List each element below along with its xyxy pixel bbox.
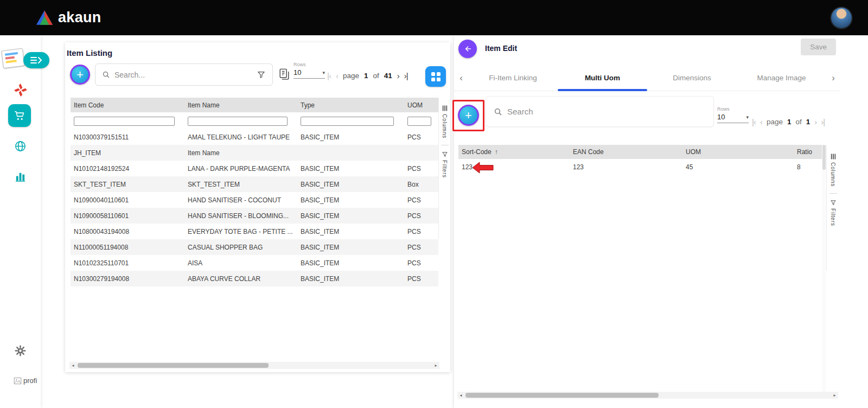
table-row[interactable]: N10102148192524LANA - DARK PURPLE-MAGENT… <box>71 161 438 176</box>
first-page-button[interactable]: |‹ <box>752 118 756 126</box>
next-page-button[interactable]: › <box>397 72 399 80</box>
table-cell: ABAYA CURVE COLLAR <box>184 275 297 283</box>
column-header-item-code[interactable]: Item Code <box>71 101 184 109</box>
pagination: |‹ ‹ page 1 of 1 › ›| <box>752 118 825 126</box>
table-row[interactable]: N10300379151511AMAL TELEKUNG - LIGHT TAU… <box>71 129 438 145</box>
current-page: 1 <box>364 72 368 80</box>
scroll-right-icon[interactable]: ▸ <box>831 392 838 399</box>
item-edit-panel: Item Edit Save ‹ Fi-Item Linking Multi U… <box>454 35 868 408</box>
filter-input-type[interactable] <box>301 117 394 126</box>
uom-table-body: 123123458 <box>458 159 826 175</box>
last-page-button[interactable]: ›| <box>821 118 825 126</box>
table-row[interactable]: N10900040110601HAND SANITISER - COCONUTB… <box>71 192 438 208</box>
broken-image-icon <box>14 377 22 385</box>
table-row[interactable]: 123123458 <box>458 159 826 175</box>
apps-grid-button[interactable] <box>425 66 446 87</box>
save-button[interactable]: Save <box>801 39 836 55</box>
table-row[interactable]: N10102325110701AISABASIC_ITEMPCS <box>71 255 438 271</box>
brand-logo[interactable]: akaun <box>36 9 101 26</box>
pos-cart-button[interactable] <box>8 104 31 127</box>
tab-multi-uom[interactable]: Multi Uom <box>558 74 647 82</box>
settings-gear-icon <box>14 345 27 357</box>
table-row[interactable]: JH_ITEMItem Name <box>71 145 438 161</box>
filters-tool[interactable]: Filters <box>442 152 448 178</box>
back-button[interactable] <box>458 40 477 58</box>
filter-input-item-name[interactable] <box>188 117 288 126</box>
filters-tool[interactable]: Filters <box>830 200 836 226</box>
app-shortcut-red[interactable] <box>0 83 41 97</box>
previous-page-button[interactable]: ‹ <box>760 118 762 126</box>
tab-dimensions[interactable]: Dimensions <box>647 74 737 82</box>
rows-value: 10 <box>717 113 725 121</box>
scroll-thumb[interactable] <box>822 145 826 170</box>
last-page-button[interactable]: ›| <box>404 72 408 80</box>
settings-item[interactable] <box>0 345 41 357</box>
table-row[interactable]: SKT_TEST_ITEMSKT_TEST_ITEMBASIC_ITEMBox <box>71 176 438 192</box>
scroll-track[interactable] <box>76 362 432 369</box>
horizontal-scrollbar[interactable]: ◂ ▸ <box>69 362 439 369</box>
tab-fi-item-linking[interactable]: Fi-Item Linking <box>468 74 558 82</box>
scroll-left-icon[interactable]: ◂ <box>457 392 464 399</box>
filters-label: Filters <box>442 160 448 178</box>
table-cell: BASIC_ITEM <box>297 181 404 188</box>
horizontal-scrollbar[interactable]: ◂ ▸ <box>457 392 838 399</box>
table-row[interactable]: N10900058110601HAND SANITISER - BLOOMING… <box>71 208 438 224</box>
menu-expand-icon <box>30 56 43 65</box>
table-cell: BASIC_ITEM <box>297 275 404 283</box>
analytics-module-item[interactable] <box>0 170 41 183</box>
tab-scroll-left-button[interactable]: ‹ <box>454 73 468 84</box>
filter-input-uom[interactable] <box>407 117 431 126</box>
first-page-button[interactable]: |‹ <box>327 72 331 80</box>
column-header-uom[interactable]: UOM <box>404 101 438 109</box>
rows-per-page-icon[interactable] <box>278 68 290 81</box>
table-row[interactable]: N10300279194008ABAYA CURVE COLLARBASIC_I… <box>71 271 438 286</box>
table-cell: PCS <box>404 259 438 267</box>
table-row[interactable]: N10800043194008EVERYDAY TOTE BAG - PETIT… <box>71 224 438 239</box>
filter-input-item-code[interactable] <box>74 117 175 126</box>
vertical-scrollbar[interactable] <box>822 145 826 392</box>
page-word: page <box>767 118 783 126</box>
item-listing-panel: Item Listing + Rows 10 ▾ |‹ ‹ page 1 of <box>65 42 450 372</box>
plus-icon: + <box>76 69 84 81</box>
profile-broken-image[interactable]: profi <box>14 377 37 385</box>
add-item-button[interactable]: + <box>70 65 90 85</box>
sidebar-toggle-button[interactable] <box>23 52 49 68</box>
table-header-row: Item Code Item Name Type UOM <box>71 98 438 112</box>
next-page-button[interactable]: › <box>814 118 816 126</box>
search-input[interactable] <box>114 71 252 79</box>
tab-manage-image[interactable]: Manage Image <box>737 74 826 82</box>
sort-ascending-icon: ↑ <box>495 148 498 156</box>
column-header-sort-code[interactable]: Sort-Code ↑ <box>458 148 570 156</box>
column-header-label: Sort-Code <box>462 148 492 156</box>
table-cell: N11000051194008 <box>71 244 184 251</box>
columns-tool[interactable]: Columns <box>830 154 836 187</box>
scroll-right-icon[interactable]: ▸ <box>432 362 439 369</box>
scroll-thumb[interactable] <box>78 363 269 368</box>
column-header-uom[interactable]: UOM <box>682 148 794 156</box>
column-header-ean-code[interactable]: EAN Code <box>570 148 682 156</box>
uom-search-input[interactable] <box>507 107 706 116</box>
user-avatar[interactable] <box>831 8 852 28</box>
rows-per-page-select[interactable]: Rows 10 ▾ <box>293 62 325 79</box>
column-header-item-name[interactable]: Item Name <box>184 101 297 109</box>
scroll-left-icon[interactable]: ◂ <box>69 362 76 369</box>
app-thumbnail[interactable] <box>1 48 25 69</box>
table-row[interactable]: N11000051194008CASUAL SHOPPER BAGBASIC_I… <box>71 239 438 255</box>
table-cell: HAND SANITISER - COCONUT <box>184 196 297 204</box>
filter-funnel-icon[interactable] <box>257 70 266 79</box>
previous-page-button[interactable]: ‹ <box>336 72 338 80</box>
column-header-type[interactable]: Type <box>297 101 404 109</box>
of-word: of <box>795 118 801 126</box>
scroll-track[interactable] <box>464 392 831 399</box>
tab-scroll-right-button[interactable]: › <box>826 73 840 84</box>
page-word: page <box>343 72 359 80</box>
columns-tool[interactable]: Columns <box>442 105 448 138</box>
rows-per-page-select[interactable]: Rows 10 ▾ <box>717 106 749 123</box>
scroll-thumb[interactable] <box>465 393 659 398</box>
table-cell: BASIC_ITEM <box>297 228 404 235</box>
web-module-item[interactable] <box>0 140 41 152</box>
table-cell: BASIC_ITEM <box>297 212 404 220</box>
pinwheel-logo-icon <box>14 83 28 97</box>
column-header-ratio[interactable]: Ratio <box>794 148 826 156</box>
dropdown-caret-icon: ▾ <box>322 70 325 75</box>
